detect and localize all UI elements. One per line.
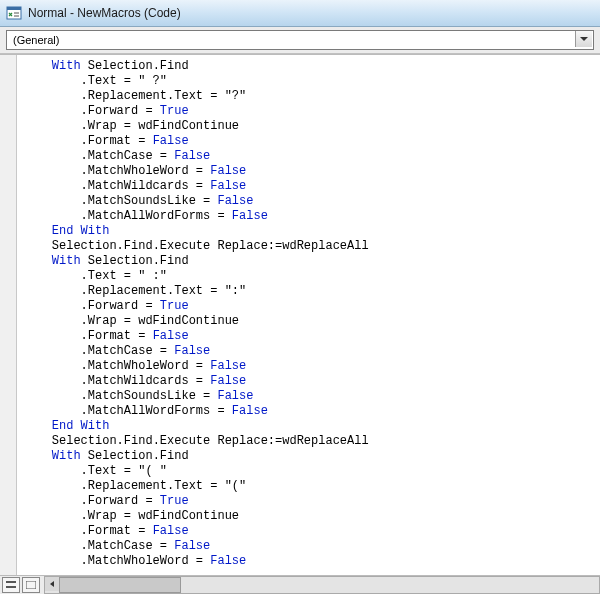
code-line: End With bbox=[23, 224, 600, 239]
object-combo-row: (General) bbox=[0, 27, 600, 54]
svg-rect-3 bbox=[6, 586, 16, 588]
code-line: .Format = False bbox=[23, 134, 600, 149]
code-line: End With bbox=[23, 419, 600, 434]
code-line: .Forward = True bbox=[23, 494, 600, 509]
code-line: .MatchSoundsLike = False bbox=[23, 389, 600, 404]
code-line: .MatchAllWordForms = False bbox=[23, 404, 600, 419]
code-line: With Selection.Find bbox=[23, 59, 600, 74]
code-container: With Selection.Find .Text = " ?" .Replac… bbox=[0, 55, 600, 575]
svg-rect-1 bbox=[7, 7, 21, 10]
code-line: .MatchWholeWord = False bbox=[23, 554, 600, 569]
procedure-view-button[interactable] bbox=[2, 577, 20, 593]
code-line: .MatchCase = False bbox=[23, 539, 600, 554]
code-line: With Selection.Find bbox=[23, 449, 600, 464]
content-area: With Selection.Find .Text = " ?" .Replac… bbox=[0, 54, 600, 594]
code-line: .Replacement.Text = ":" bbox=[23, 284, 600, 299]
horizontal-scrollbar[interactable] bbox=[44, 576, 600, 594]
code-line: .MatchAllWordForms = False bbox=[23, 209, 600, 224]
bottom-bar bbox=[0, 575, 600, 594]
module-icon bbox=[6, 5, 22, 21]
code-line: .MatchCase = False bbox=[23, 149, 600, 164]
code-line: Selection.Find.Execute Replace:=wdReplac… bbox=[23, 434, 600, 449]
svg-rect-2 bbox=[6, 581, 16, 583]
code-line: .Format = False bbox=[23, 524, 600, 539]
titlebar[interactable]: Normal - NewMacros (Code) bbox=[0, 0, 600, 27]
window-title: Normal - NewMacros (Code) bbox=[28, 6, 181, 20]
code-line: .MatchWildcards = False bbox=[23, 179, 600, 194]
code-line: .Forward = True bbox=[23, 104, 600, 119]
code-line: .MatchWildcards = False bbox=[23, 374, 600, 389]
code-line: .Text = " ?" bbox=[23, 74, 600, 89]
svg-rect-4 bbox=[26, 581, 36, 589]
code-line: .MatchWholeWord = False bbox=[23, 359, 600, 374]
margin-indicator-bar[interactable] bbox=[0, 55, 17, 575]
chevron-down-icon[interactable] bbox=[575, 31, 592, 47]
scroll-thumb[interactable] bbox=[59, 577, 181, 593]
object-dropdown-value: (General) bbox=[13, 34, 59, 46]
code-line: .Wrap = wdFindContinue bbox=[23, 119, 600, 134]
code-line: .MatchWholeWord = False bbox=[23, 164, 600, 179]
code-line: .Wrap = wdFindContinue bbox=[23, 314, 600, 329]
code-line: .Replacement.Text = "(" bbox=[23, 479, 600, 494]
code-line: .Forward = True bbox=[23, 299, 600, 314]
object-dropdown[interactable]: (General) bbox=[6, 30, 594, 50]
code-editor[interactable]: With Selection.Find .Text = " ?" .Replac… bbox=[17, 55, 600, 575]
code-line: .Replacement.Text = "?" bbox=[23, 89, 600, 104]
scroll-left-arrow-icon[interactable] bbox=[45, 577, 60, 591]
code-line: .Wrap = wdFindContinue bbox=[23, 509, 600, 524]
full-module-view-button[interactable] bbox=[22, 577, 40, 593]
code-line: .Format = False bbox=[23, 329, 600, 344]
code-line: Selection.Find.Execute Replace:=wdReplac… bbox=[23, 239, 600, 254]
code-line: .MatchSoundsLike = False bbox=[23, 194, 600, 209]
code-line: .MatchCase = False bbox=[23, 344, 600, 359]
code-line: .Text = "( " bbox=[23, 464, 600, 479]
code-line: .Text = " :" bbox=[23, 269, 600, 284]
code-line: With Selection.Find bbox=[23, 254, 600, 269]
code-window: Normal - NewMacros (Code) (General) With… bbox=[0, 0, 600, 594]
